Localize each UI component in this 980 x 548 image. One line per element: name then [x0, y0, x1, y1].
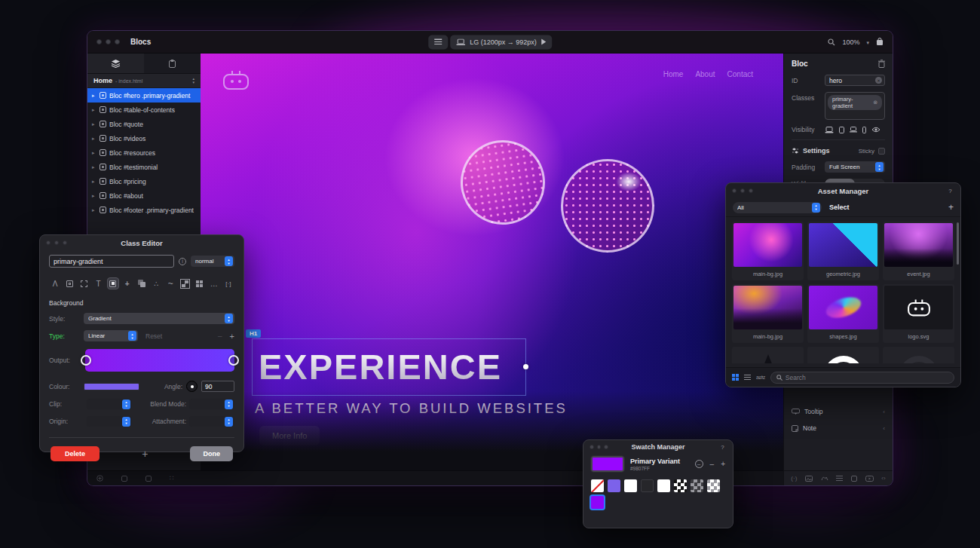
transition-icon[interactable]: ~ — [164, 277, 176, 289]
circle-minus-icon[interactable] — [695, 460, 703, 468]
dashed-box-icon[interactable] — [78, 277, 90, 289]
preview-play-icon[interactable] — [541, 39, 546, 45]
trash-icon[interactable] — [878, 60, 885, 68]
nav-link-contact[interactable]: Contact — [727, 70, 753, 78]
swatch-dark[interactable] — [641, 479, 654, 492]
grid-view-icon[interactable] — [732, 374, 739, 381]
swatch-purple[interactable] — [608, 479, 620, 492]
asset-tile[interactable]: main-bg.jpg — [732, 284, 804, 343]
add-class-icon[interactable]: + — [142, 448, 148, 460]
nav-link-home[interactable]: Home — [663, 70, 684, 78]
reset-button[interactable]: Reset — [145, 332, 162, 340]
nav-link-about[interactable]: About — [695, 70, 715, 78]
clear-icon[interactable] — [875, 77, 882, 84]
store-bag-icon[interactable] — [876, 38, 884, 46]
table-icon[interactable] — [179, 277, 191, 289]
select-mode-button[interactable]: Select — [829, 204, 850, 211]
gradient-stop-handle[interactable] — [81, 355, 91, 366]
tab-layers[interactable] — [87, 54, 144, 73]
swatch-transparent-gray[interactable] — [691, 479, 703, 492]
design-canvas[interactable]: Home About Contact H1 EXPERIENCE A BETTE… — [201, 54, 783, 470]
asset-tile[interactable] — [883, 347, 954, 363]
attachment-select[interactable] — [189, 416, 234, 427]
type-select[interactable]: Linear — [84, 330, 138, 341]
image-icon[interactable] — [805, 476, 813, 482]
swatch-primary-selected[interactable] — [591, 496, 604, 509]
zoom-level[interactable]: 100% — [842, 38, 859, 46]
style-select[interactable]: Gradient — [84, 313, 234, 324]
zoom-button[interactable] — [115, 39, 120, 44]
minimize-button[interactable] — [106, 39, 111, 44]
grid-icon[interactable] — [194, 277, 206, 289]
swatch-none[interactable] — [591, 479, 604, 492]
classes-box[interactable]: primary-gradient — [825, 92, 885, 120]
swatch-transparent-light[interactable] — [707, 479, 720, 492]
disclosure-icon[interactable] — [92, 136, 96, 142]
asset-tile[interactable] — [807, 347, 879, 363]
layers-icon[interactable] — [136, 277, 148, 289]
swatch-transparent-dark[interactable] — [674, 479, 687, 492]
search-icon[interactable] — [828, 38, 835, 46]
more-icon[interactable]: … — [208, 277, 220, 289]
swatch-white[interactable] — [657, 479, 670, 492]
help-icon[interactable] — [718, 443, 727, 452]
position-icon[interactable]: + — [121, 277, 133, 289]
angle-input[interactable] — [201, 381, 234, 392]
desktop-icon[interactable] — [825, 127, 834, 133]
disclosure-icon[interactable] — [92, 107, 96, 113]
asset-tile[interactable]: shapes.jpg — [807, 284, 879, 343]
disclosure-icon[interactable] — [92, 207, 96, 213]
disclosure-icon[interactable] — [92, 93, 96, 99]
gradient-preview-bar[interactable] — [85, 349, 234, 372]
page-selector[interactable]: Home - index.html — [87, 74, 201, 87]
clip-select[interactable] — [87, 399, 132, 409]
remove-stop-icon[interactable]: – — [218, 332, 222, 340]
signature-icon[interactable] — [821, 475, 828, 482]
add-swatch-button[interactable]: + — [721, 460, 725, 468]
tree-item-testimonial[interactable]: Bloc #testimonial — [87, 160, 201, 174]
background-icon[interactable] — [107, 277, 119, 289]
tablet-icon[interactable] — [839, 127, 844, 133]
tree-item-videos[interactable]: Bloc #videos — [87, 131, 201, 145]
close-button[interactable] — [96, 39, 102, 44]
frame-view-icon[interactable] — [145, 476, 152, 482]
delete-button[interactable]: Delete — [51, 446, 100, 461]
split-view-icon[interactable] — [121, 476, 127, 482]
disclosure-icon[interactable] — [92, 150, 96, 156]
blend-mode-select[interactable] — [189, 399, 234, 409]
tab-pages[interactable] — [144, 54, 201, 73]
class-chip[interactable]: primary-gradient — [828, 95, 882, 110]
state-select[interactable]: normal — [191, 256, 234, 267]
asset-tile[interactable]: main-bg.jpg — [732, 222, 804, 280]
colour-swatch[interactable] — [84, 383, 139, 390]
tree-item-quote[interactable]: Bloc #quote — [87, 117, 201, 131]
asset-filter-select[interactable]: All — [733, 202, 822, 213]
swatch-white[interactable] — [624, 479, 637, 492]
menu-button[interactable] — [428, 35, 448, 49]
disclosure-icon[interactable] — [92, 179, 96, 185]
video-icon[interactable] — [865, 476, 874, 482]
typography-icon[interactable]: T — [92, 277, 104, 289]
tree-item-hero[interactable]: Bloc #hero .primary-gradient — [87, 88, 201, 103]
code-bracket-icon[interactable]: (·) — [791, 475, 797, 482]
list-view-icon[interactable] — [744, 375, 751, 380]
angle-dial[interactable] — [186, 381, 198, 392]
search-input[interactable] — [786, 374, 948, 381]
help-icon[interactable] — [946, 187, 954, 195]
note-row[interactable]: Note — [792, 420, 885, 436]
asset-search[interactable] — [770, 372, 954, 384]
effects-icon[interactable]: ∴ — [150, 277, 162, 289]
asset-tile[interactable] — [732, 347, 804, 363]
hero-heading[interactable]: EXPERIENCE — [253, 339, 525, 395]
list-icon[interactable] — [836, 476, 843, 481]
selection-handle[interactable] — [523, 364, 528, 369]
tree-item-table-of-contents[interactable]: Bloc #table-of-contents — [87, 103, 201, 117]
container-icon[interactable] — [851, 476, 857, 482]
code-icon[interactable]: [·] — [222, 277, 234, 289]
laptop-icon[interactable] — [850, 127, 857, 133]
info-icon[interactable] — [179, 258, 186, 265]
done-button[interactable]: Done — [190, 446, 233, 461]
disclosure-icon[interactable] — [92, 121, 96, 127]
selected-swatch-preview[interactable] — [591, 456, 624, 472]
breakpoint-selector[interactable]: LG (1200px → 992px) — [450, 35, 552, 49]
